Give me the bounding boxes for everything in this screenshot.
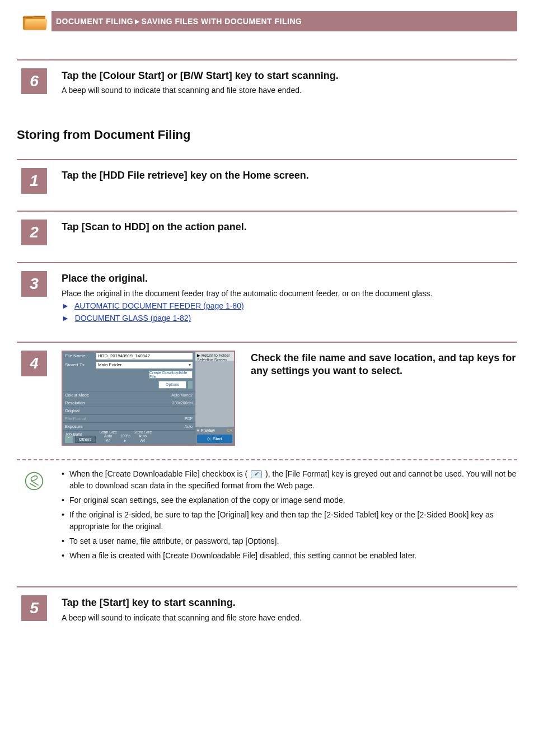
step-title: Tap the [HDD File retrieve] key on the H… [62, 169, 517, 182]
label: Colour Mode [65, 393, 89, 398]
others-button[interactable]: Others [75, 436, 96, 443]
setting-exposure[interactable]: ExposureAuto [63, 422, 195, 430]
note-item: For original scan settings, see the expl… [62, 494, 517, 507]
scan-size[interactable]: Scan Size Auto A4 [99, 430, 117, 443]
checkbox-checked-icon: ✔ [251, 470, 262, 478]
chevron-down-icon[interactable] [188, 381, 193, 389]
step-3: 3 Place the original. Place the original… [17, 263, 517, 341]
store-size[interactable]: Store Size Auto A4 [134, 430, 152, 443]
triangle-icon: ► [62, 314, 69, 323]
step-6: 6 Tap the [Colour Start] or [B/W Start] … [17, 60, 517, 113]
step-text: A beep will sound to indicate that scann… [62, 85, 517, 96]
value: Auto [134, 434, 152, 438]
step-title: Tap the [Colour Start] or [B/W Start] ke… [62, 69, 517, 82]
note-icon [21, 468, 47, 494]
folder-icon [21, 10, 47, 32]
step-5: 5 Tap the [Start] key to start scanning.… [17, 587, 517, 640]
step-number-badge: 1 [21, 168, 47, 194]
label: Preview [201, 428, 215, 432]
step-text: Place the original in the document feede… [62, 288, 517, 300]
stored-to-dropdown[interactable]: Main Folder [96, 362, 193, 368]
header-bar: DOCUMENT FILING►SAVING FILES WITH DOCUME… [17, 11, 517, 31]
value: Auto/Mono2 [171, 393, 193, 397]
step-4: 4 File Name: HDD_201540919_140842 Stored… [17, 343, 517, 456]
start-button[interactable]: ◇Start [197, 435, 232, 443]
label: File Format [65, 416, 86, 421]
value: PDF [185, 417, 193, 421]
step-title: Tap [Scan to HDD] on the action panel. [62, 221, 517, 234]
breadcrumb: DOCUMENT FILING►SAVING FILES WITH DOCUME… [56, 17, 302, 26]
step-number-badge: 4 [21, 351, 47, 376]
stored-to-label: Stored To: [65, 362, 96, 367]
file-name-label: File Name: [65, 353, 96, 358]
step-number-badge: 3 [21, 271, 47, 297]
dashed-separator [17, 459, 517, 460]
options-button[interactable]: Options [158, 381, 186, 389]
paper: A4 [99, 438, 117, 443]
note-item: When the [Create Downloadable File] chec… [62, 468, 517, 492]
label: Store Size [134, 430, 152, 435]
mfp-screenshot: File Name: HDD_201540919_140842 Stored T… [62, 351, 235, 446]
preview-button[interactable]: ▾ Preview CA [197, 428, 232, 433]
svg-point-1 [26, 472, 43, 489]
label: Original [65, 408, 79, 413]
step-number-badge: 2 [21, 220, 47, 245]
ratio: 100% ▸ [120, 430, 130, 443]
setting-file-format: File FormatPDF [63, 414, 195, 422]
label: Scan Size [99, 430, 117, 435]
link-adf[interactable]: AUTOMATIC DOCUMENT FEEDER (page 1-80) [74, 301, 244, 310]
note-text: When the [Create Downloadable File] chec… [69, 469, 247, 478]
preview-icon: ▾ [197, 428, 199, 433]
note-item: If the original is 2-sided, be sure to t… [62, 509, 517, 533]
chevron-down-icon[interactable]: ˅ [65, 435, 73, 443]
link-document-glass[interactable]: DOCUMENT GLASS (page 1-82) [75, 314, 191, 323]
step-title: Tap the [Start] key to start scanning. [62, 596, 517, 609]
header-icon-wrap [17, 11, 51, 31]
value: Auto [99, 434, 117, 438]
return-to-folder-button[interactable]: ▶Return to Folder Selection Screen [195, 352, 234, 361]
setting-resolution[interactable]: Resolution200x200dpi [63, 399, 195, 407]
setting-original[interactable]: Original [63, 407, 195, 414]
value: 100% [120, 434, 130, 438]
value: 200x200dpi [172, 401, 193, 405]
start-icon: ◇ [207, 436, 210, 441]
step-title: Check the file name and save location, a… [251, 352, 517, 378]
step-text: A beep will sound to indicate that scann… [62, 612, 517, 624]
action-panel-blank [195, 361, 234, 427]
mfp-panel: File Name: HDD_201540919_140842 Stored T… [62, 351, 235, 446]
setting-colour-mode[interactable]: Colour ModeAuto/Mono2 [63, 391, 195, 399]
file-name-input[interactable]: HDD_201540919_140842 [96, 353, 193, 360]
label: Exposure [65, 424, 83, 429]
svg-point-2 [30, 475, 38, 481]
step-number-badge: 6 [21, 68, 47, 94]
section-heading: Storing from Document Filing [17, 128, 517, 142]
ca-button[interactable]: CA [227, 428, 232, 432]
note-item: When a file is created with [Create Down… [62, 550, 517, 562]
value: Auto [185, 424, 193, 428]
label: Resolution [65, 400, 85, 405]
step-2: 2 Tap [Scan to HDD] on the action panel. [17, 212, 517, 262]
link-line: ► AUTOMATIC DOCUMENT FEEDER (page 1-80) [62, 300, 517, 312]
step-title: Place the original. [62, 272, 517, 285]
triangle-icon: ► [62, 301, 69, 310]
back-arrow-icon: ▶ [197, 353, 200, 357]
step-1: 1 Tap the [HDD File retrieve] key on the… [17, 160, 517, 211]
notes-block: When the [Create Downloadable File] chec… [17, 468, 517, 564]
paper: A4 [134, 438, 152, 443]
create-downloadable-file-button[interactable]: Create Downloadable File [149, 371, 193, 379]
step-number-badge: 5 [21, 595, 47, 621]
label: Start [213, 436, 222, 441]
note-item: To set a user name, file attribute, or p… [62, 535, 517, 548]
link-line: ► DOCUMENT GLASS (page 1-82) [62, 312, 517, 324]
